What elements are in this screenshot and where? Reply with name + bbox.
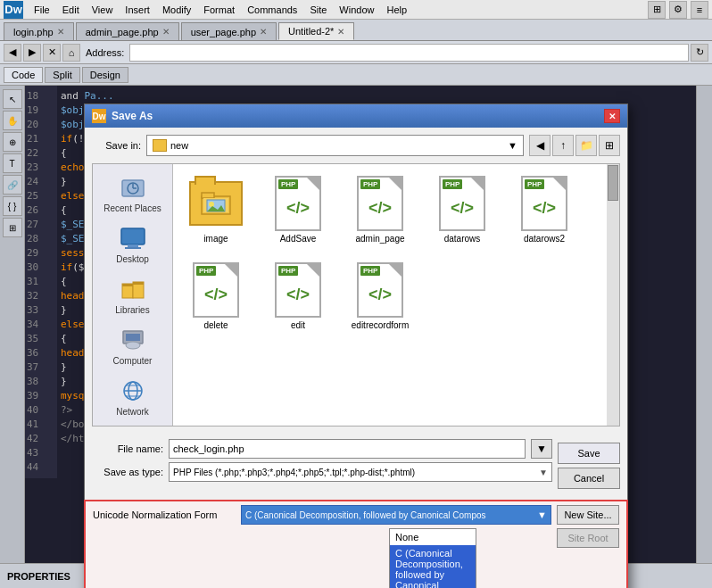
file-browser-container: Recent Places	[92, 163, 620, 434]
menu-edit[interactable]: Edit	[57, 3, 85, 17]
menu-bar: Dw File Edit View Insert Modify Format C…	[0, 0, 712, 20]
refresh-btn[interactable]: ↻	[691, 44, 708, 62]
tab-login[interactable]: login.php ✕	[4, 22, 74, 40]
file-item-addsave[interactable]: PHP </> AddSave	[262, 171, 334, 247]
file-item-adminpage[interactable]: PHP </> admin_page	[344, 171, 416, 247]
php-file-icon: PHP </>	[275, 176, 321, 231]
tab-bar: login.php ✕ admin_page.php ✕ user_page.p…	[0, 20, 712, 41]
dialog-side-buttons: Save Cancel	[558, 439, 620, 493]
place-libraries[interactable]: Libraries	[93, 269, 172, 320]
filename-input[interactable]	[169, 439, 526, 459]
tab-login-close[interactable]: ✕	[57, 27, 64, 37]
tab-admin[interactable]: admin_page.php ✕	[76, 22, 179, 40]
php-edit-icon: PHP </>	[269, 261, 327, 319]
place-desktop[interactable]: Desktop	[93, 219, 172, 269]
tab-untitled-close[interactable]: ✕	[337, 27, 344, 37]
filename-row: File name: ▼	[92, 439, 552, 459]
new-folder-btn[interactable]: 📁	[575, 135, 597, 156]
menu-commands[interactable]: Commands	[242, 3, 302, 17]
php-code-symbol5: </>	[204, 286, 228, 304]
tab-user-close[interactable]: ✕	[260, 27, 267, 37]
unicode-label: Unicode Normalization Form	[93, 509, 236, 520]
menu-format[interactable]: Format	[198, 3, 240, 17]
savetype-arrow-icon: ▼	[539, 468, 548, 477]
tab-user[interactable]: user_page.php ✕	[181, 22, 277, 40]
save-in-combo[interactable]: new ▼	[146, 135, 524, 156]
stop-btn[interactable]: ✕	[43, 44, 61, 62]
file-label-image: image	[203, 234, 228, 244]
menu-file[interactable]: File	[29, 3, 55, 17]
address-input[interactable]	[129, 44, 689, 62]
places-panel: Recent Places	[93, 164, 173, 426]
files-grid: image PHP </>	[173, 164, 607, 369]
savetype-combo[interactable]: PHP Files (*.php;*.php3;*.php4;*.php5;*.…	[169, 462, 552, 482]
unicode-combo[interactable]: C (Canonical Decomposition, followed by …	[241, 505, 551, 525]
form-fields: File name: ▼ Save as type: PHP Files (*.…	[92, 439, 552, 485]
file-item-image[interactable]: image	[180, 171, 252, 247]
forward-btn[interactable]: ▶	[23, 44, 41, 62]
php-file-icon3: PHP </>	[439, 176, 485, 231]
file-item-datarows[interactable]: PHP </> datarows	[426, 171, 498, 247]
tab-login-label: login.php	[13, 27, 54, 37]
dialog-title-left: Dw Save As	[92, 109, 153, 123]
tab-admin-label: admin_page.php	[86, 27, 159, 37]
tab-user-label: user_page.php	[191, 27, 256, 37]
place-network[interactable]: Network	[93, 371, 172, 422]
dialog-close-button[interactable]: ✕	[604, 109, 620, 123]
php-badge7: PHP	[360, 266, 380, 276]
folder-big-icon	[189, 181, 243, 226]
unicode-area: Unicode Normalization Form C (Canonical …	[84, 500, 628, 588]
dw-logo: Dw	[4, 1, 23, 19]
tab-design[interactable]: Design	[82, 67, 128, 83]
php-code-symbol3: </>	[451, 199, 474, 218]
view-btn[interactable]: ⊞	[599, 135, 620, 156]
files-scrollbar[interactable]	[607, 164, 619, 426]
menu-window[interactable]: Window	[334, 3, 379, 17]
properties-label: PROPERTIES	[7, 571, 70, 582]
menu-help[interactable]: Help	[381, 3, 412, 17]
new-site-button[interactable]: New Site...	[557, 505, 619, 525]
nav-back-btn[interactable]: ◀	[529, 135, 551, 156]
file-item-edit[interactable]: PHP </> edit	[262, 258, 334, 334]
file-item-editrecord[interactable]: PHP </> editrecordform	[344, 258, 416, 334]
home-btn[interactable]: ⌂	[62, 44, 80, 62]
save-button[interactable]: Save	[558, 443, 620, 464]
desktop-label: Desktop	[116, 254, 149, 264]
tab-split[interactable]: Split	[45, 67, 79, 83]
menu-insert[interactable]: Insert	[120, 3, 155, 17]
tab-untitled[interactable]: Untitled-2* ✕	[278, 22, 354, 40]
dropdown-option-c[interactable]: C (Canonical Decomposition, followed by …	[390, 545, 476, 588]
php-file-icon6: PHP </>	[275, 262, 321, 318]
dropdown-and-siteroot: None C (Canonical Decomposition, followe…	[93, 528, 619, 588]
place-recent[interactable]: Recent Places	[93, 168, 172, 219]
file-item-datarows2[interactable]: PHP </> datarows2	[509, 171, 580, 247]
tab-code[interactable]: Code	[4, 67, 43, 83]
place-computer[interactable]: Computer	[93, 320, 172, 371]
svg-rect-12	[126, 334, 140, 341]
tab-admin-close[interactable]: ✕	[162, 27, 170, 37]
file-item-delete[interactable]: PHP </> delete	[180, 258, 252, 334]
layout-btn[interactable]: ⊞	[648, 1, 666, 19]
nav-up-btn[interactable]: ↑	[552, 135, 574, 156]
php-editrecord-icon: PHP </>	[352, 261, 409, 319]
savetype-label: Save as type:	[92, 467, 163, 477]
php-delete-icon: PHP </>	[187, 261, 244, 319]
php-code-symbol2: </>	[368, 199, 392, 218]
site-root-button[interactable]: Site Root	[557, 528, 619, 548]
back-btn[interactable]: ◀	[4, 44, 21, 62]
filename-combo-arrow[interactable]: ▼	[531, 439, 552, 459]
network-label: Network	[116, 407, 149, 417]
menu-modify[interactable]: Modify	[157, 3, 196, 17]
dropdown-option-none[interactable]: None	[390, 529, 476, 545]
svg-point-13	[126, 342, 140, 349]
file-browser: Recent Places	[92, 163, 620, 427]
scrollbar-thumb[interactable]	[608, 165, 618, 201]
menu-site[interactable]: Site	[304, 3, 332, 17]
cancel-button[interactable]: Cancel	[558, 468, 620, 489]
extend-btn[interactable]: ≡	[691, 1, 708, 19]
settings-btn[interactable]: ⚙	[669, 1, 687, 19]
form-and-buttons: File name: ▼ Save as type: PHP Files (*.…	[92, 439, 620, 493]
menu-view[interactable]: View	[87, 3, 119, 17]
combo-arrow-icon: ▼	[508, 140, 517, 151]
address-toolbar: ◀ ▶ ✕ ⌂ Address: ↻	[0, 41, 712, 64]
